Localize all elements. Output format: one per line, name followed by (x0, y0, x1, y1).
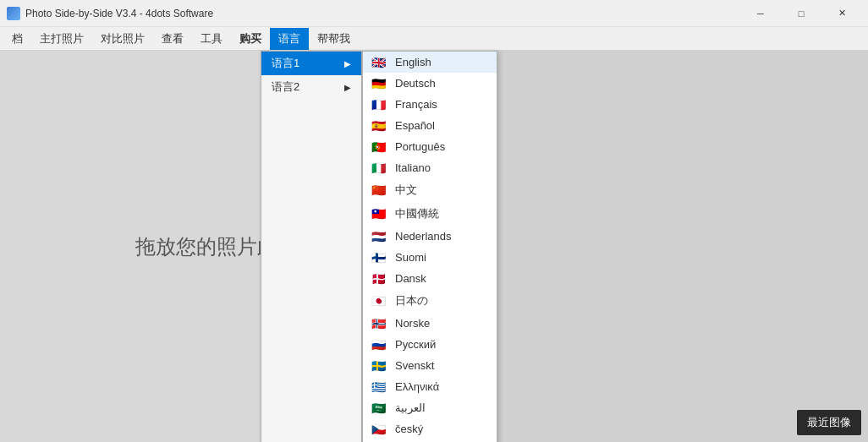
flag-swedish: 🇸🇪 (371, 360, 388, 372)
lang-item-czech[interactable]: 🇨🇿český (363, 418, 497, 439)
lang-item-russian[interactable]: 🇷🇺Русский (363, 334, 497, 355)
flag-chinese: 🇨🇳 (371, 184, 388, 196)
lang-label-italiano: Italiano (395, 161, 431, 174)
lang-item-finnish[interactable]: 🇫🇮Suomi (363, 247, 497, 268)
lang-label-greek: Ελληνικά (395, 380, 439, 393)
lang-item-swedish[interactable]: 🇸🇪Svenskt (363, 355, 497, 376)
lang2-arrow: ▶ (344, 83, 351, 92)
lang-item-arabic[interactable]: 🇸🇦العربية (363, 397, 497, 418)
lang-item-francais[interactable]: 🇫🇷Français (363, 94, 497, 115)
close-button[interactable]: ✕ (822, 0, 861, 27)
lang-item-portugues[interactable]: 🇵🇹Português (363, 136, 497, 157)
lang-label-deutsch: Deutsch (395, 77, 436, 90)
lang-label-arabic: العربية (395, 401, 426, 414)
lang-item-english[interactable]: 🇬🇧English (363, 52, 497, 73)
flag-english: 🇬🇧 (371, 57, 388, 68)
menu-tools[interactable]: 工具 (192, 28, 231, 50)
flag-danish: 🇩🇰 (371, 273, 388, 285)
flag-portugues: 🇵🇹 (371, 141, 388, 153)
right-photo-panel[interactable]: 最近图像 (435, 51, 869, 442)
flag-italiano: 🇮🇹 (371, 162, 388, 174)
lang-item-japanese[interactable]: 🇯🇵日本の (363, 289, 497, 313)
lang-item-norwegian[interactable]: 🇳🇴Norske (363, 313, 497, 334)
minimize-button[interactable]: ─ (741, 0, 780, 27)
lang-item-greek[interactable]: 🇬🇷Ελληνικά (363, 376, 497, 397)
flag-dutch: 🇳🇱 (371, 231, 388, 243)
title-bar: Photo Side-by-Side V3.4 - 4dots Software… (0, 0, 868, 27)
menu-buy[interactable]: 购买 (231, 28, 270, 50)
flag-norwegian: 🇳🇴 (371, 318, 388, 330)
lang-label-chinese: 中文 (395, 183, 417, 198)
lang-item-chinese[interactable]: 🇨🇳中文 (363, 178, 497, 202)
lang-label-japanese: 日本の (395, 293, 428, 308)
flag-greek: 🇬🇷 (371, 381, 388, 393)
lang-label-english: English (395, 56, 431, 68)
menu-language[interactable]: 语言 (270, 28, 309, 50)
lang-label-dutch: Nederlands (395, 230, 452, 243)
lang-label-russian: Русский (395, 338, 436, 351)
flag-chinese-trad: 🇹🇼 (371, 208, 388, 220)
flag-japanese: 🇯🇵 (371, 295, 388, 307)
lang2-item[interactable]: 语言2 ▶ (261, 75, 361, 99)
lang-submenu: 语言1 ▶ 语言2 ▶ (261, 51, 362, 442)
menu-bar: 档 主打照片 对比照片 查看 工具 购买 语言 帮帮我 (0, 27, 868, 51)
lang-item-espanol[interactable]: 🇪🇸Español (363, 115, 497, 136)
flag-russian: 🇷🇺 (371, 339, 388, 351)
lang1-item[interactable]: 语言1 ▶ (261, 52, 361, 75)
lang-label-danish: Dansk (395, 272, 426, 285)
lang-label-finnish: Suomi (395, 251, 426, 264)
menu-view[interactable]: 查看 (153, 28, 192, 50)
menu-compare-photo[interactable]: 对比照片 (92, 28, 153, 50)
lang-item-chinese-trad[interactable]: 🇹🇼中國傳統 (363, 202, 497, 226)
lang-item-deutsch[interactable]: 🇩🇪Deutsch (363, 73, 497, 94)
lang-label-portugues: Português (395, 140, 445, 153)
flag-czech: 🇨🇿 (371, 423, 388, 435)
lang-label-czech: český (395, 423, 423, 435)
lang1-arrow: ▶ (344, 59, 351, 68)
lang-label-chinese-trad: 中國傳統 (395, 206, 439, 221)
lang-label-francais: Français (395, 98, 437, 111)
menu-file[interactable]: 档 (3, 28, 31, 50)
menu-main-photo[interactable]: 主打照片 (31, 28, 92, 50)
flag-espanol: 🇪🇸 (371, 120, 388, 132)
recent-images-button[interactable]: 最近图像 (797, 410, 861, 435)
window-controls: ─ □ ✕ (741, 0, 861, 27)
maximize-button[interactable]: □ (782, 0, 821, 27)
lang-item-danish[interactable]: 🇩🇰Dansk (363, 268, 497, 289)
lang-label-swedish: Svenskt (395, 359, 434, 372)
flag-deutsch: 🇩🇪 (371, 78, 388, 90)
lang-label-espanol: Español (395, 119, 435, 132)
lang-item-dutch[interactable]: 🇳🇱Nederlands (363, 226, 497, 247)
lang-item-italiano[interactable]: 🇮🇹Italiano (363, 157, 497, 178)
app-icon (7, 7, 20, 20)
flag-finnish: 🇫🇮 (371, 252, 388, 264)
flag-francais: 🇫🇷 (371, 99, 388, 111)
app-title: Photo Side-by-Side V3.4 - 4dots Software (25, 8, 741, 19)
language-list: 🇬🇧English🇩🇪Deutsch🇫🇷Français🇪🇸Español🇵🇹P… (362, 51, 497, 442)
flag-arabic: 🇸🇦 (371, 402, 388, 414)
menu-help[interactable]: 帮帮我 (309, 28, 359, 50)
lang-label-norwegian: Norske (395, 317, 430, 330)
language-dropdown: 语言1 ▶ 语言2 ▶ 🇬🇧English🇩🇪Deutsch🇫🇷Français… (261, 51, 497, 442)
